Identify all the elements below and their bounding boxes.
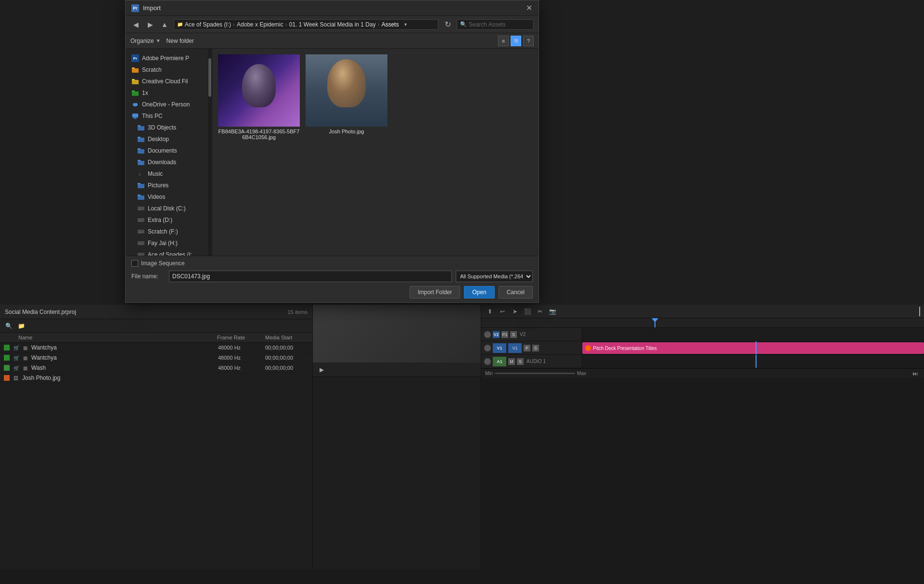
cut-tool-icon[interactable]: ✂ <box>535 307 545 316</box>
open-button[interactable]: Open <box>464 286 494 298</box>
timeline-clip[interactable]: Pitch Deck Presentation Titles <box>582 342 924 354</box>
sidebar-item-this-pc[interactable]: This PC <box>126 110 212 122</box>
forward-button[interactable]: ▶ <box>145 19 155 30</box>
file-area[interactable]: FB84BE3A-4198-4197-8365-5BF76B4C1056.jpg… <box>212 49 539 256</box>
track-v1-sync[interactable]: V1 <box>508 343 522 353</box>
svg-rect-1 <box>132 67 135 69</box>
sidebar-item-desktop[interactable]: Desktop <box>126 133 212 145</box>
min-label: Min <box>485 371 493 376</box>
sidebar-item-pictures[interactable]: Pictures <box>126 180 212 191</box>
project-panel-toolbar: 🔍 📁 <box>0 319 312 333</box>
end-jump-btn[interactable]: ⏭ <box>911 369 920 378</box>
sidebar-item-ace-of-spades[interactable]: Ace of Spades (I: <box>126 249 212 256</box>
sidebar-label: Extra (D:) <box>148 217 172 223</box>
sidebar-label: Fay Jai (H:) <box>148 240 178 247</box>
svg-point-37 <box>142 244 143 245</box>
sidebar-item-creative-cloud[interactable]: Creative Cloud Fil <box>126 76 212 87</box>
svg-rect-14 <box>138 138 144 142</box>
track-eye-icon-a1[interactable] <box>484 358 491 365</box>
track-v2-mute[interactable]: P1 <box>501 331 508 338</box>
track-v1-btn[interactable]: V1 <box>493 343 506 353</box>
play-icon[interactable]: ▶ <box>317 365 326 375</box>
playhead-line-a1 <box>756 355 757 368</box>
list-item[interactable]: FB84BE3A-4198-4197-8365-5BF76B4C1056.jpg <box>218 54 300 140</box>
sidebar-item-scratch-f[interactable]: Scratch (F:) <box>126 226 212 237</box>
zoom-slider[interactable] <box>495 373 575 374</box>
list-view-btn[interactable]: ≡ <box>498 36 509 46</box>
sidebar-item-adobe-premiere[interactable]: Pr Adobe Premiere P <box>126 52 212 64</box>
table-row[interactable]: 🛒 ▦ Wantchya 48000 Hz 00;00;00;00 <box>0 353 312 363</box>
track-eye-icon[interactable] <box>484 331 491 338</box>
insert-icon[interactable]: ➤ <box>510 307 520 316</box>
view-controls: ≡ ⊞ ? <box>498 36 534 46</box>
filename-input[interactable] <box>169 271 452 282</box>
track-v1-lock[interactable]: S <box>532 345 539 351</box>
back-button[interactable]: ◀ <box>130 19 141 30</box>
sidebar-item-videos[interactable]: Videos <box>126 191 212 203</box>
folder-icon[interactable]: 📁 <box>16 321 26 331</box>
up-button[interactable]: ▲ <box>159 19 170 30</box>
track-v1-mute[interactable]: P <box>524 345 530 351</box>
project-panel: Social Media Content.prproj 15 items 🔍 📁… <box>0 305 313 570</box>
image-sequence-checkbox[interactable] <box>131 260 138 267</box>
new-folder-button[interactable]: New folder <box>167 38 194 44</box>
scrollbar-thumb[interactable] <box>208 58 211 97</box>
sidebar-item-downloads[interactable]: ↓ Downloads <box>126 156 212 168</box>
search-icon[interactable]: 🔍 <box>4 321 13 331</box>
dropdown-icon[interactable]: ▼ <box>403 22 409 27</box>
sep2: › <box>285 21 287 28</box>
row-color-indicator <box>4 345 10 350</box>
col-mediastart: Media Start <box>265 335 308 340</box>
breadcrumb-p3: 01. 1 Week Social Media in 1 Day <box>289 21 376 28</box>
table-row[interactable]: 🛒 ▦ Wantchya 48000 Hz 00;00;00;00 <box>0 343 312 353</box>
list-item[interactable]: Josh Photo.jpg <box>306 54 387 140</box>
organize-button[interactable]: Organize ▼ <box>130 38 161 44</box>
image-sequence-label: Image Sequence <box>141 260 185 267</box>
table-row[interactable]: 🖼 Josh Photo.jpg <box>0 373 312 383</box>
track-v2-sync[interactable]: V2 <box>493 331 500 338</box>
sidebar-item-scratch[interactable]: Scratch <box>126 64 212 76</box>
sidebar-item-3d-objects[interactable]: 3D Objects <box>126 122 212 133</box>
search-bar[interactable]: 🔍 Search Assets <box>457 19 534 30</box>
track-eye-icon-v1[interactable] <box>484 345 491 351</box>
max-label: Max <box>577 371 586 376</box>
svg-rect-15 <box>138 137 141 138</box>
sidebar-item-documents[interactable]: Documents <box>126 145 212 156</box>
filetype-select[interactable]: All Supported Media (*.264;*.3C <box>456 271 533 282</box>
sidebar-item-local-disk[interactable]: Local Disk (C:) <box>126 203 212 214</box>
sidebar-item-fay-jai[interactable]: Fay Jai (H:) <box>126 237 212 249</box>
camera-icon[interactable]: 📷 <box>548 307 557 316</box>
record-icon[interactable]: ⬛ <box>523 307 532 316</box>
track-v2-lock[interactable]: S <box>510 331 517 338</box>
lift-icon[interactable]: ⬆ <box>485 307 495 316</box>
close-button[interactable]: ✕ <box>525 4 533 12</box>
svg-point-31 <box>142 221 143 221</box>
sidebar-label: Ace of Spades (I: <box>148 251 192 256</box>
help-btn[interactable]: ? <box>523 36 534 46</box>
grid-view-btn[interactable]: ⊞ <box>511 36 521 46</box>
project-table-header: Name Frame Rate Media Start <box>0 333 312 343</box>
track-a1-btn[interactable]: A1 <box>493 357 506 366</box>
svg-rect-17 <box>138 148 141 150</box>
dialog-actions: Import Folder Open Cancel <box>131 286 533 298</box>
sidebar-item-extra-d[interactable]: Extra (D:) <box>126 214 212 226</box>
address-bar[interactable]: 📁 Ace of Spades (I:) › Adobe x Epidemic … <box>174 19 438 30</box>
cancel-button[interactable]: Cancel <box>499 286 533 298</box>
track-a1-name: AUDIO 1 <box>526 359 546 364</box>
nav-toolbar: ◀ ▶ ▲ 📁 Ace of Spades (I:) › Adobe x Epi… <box>126 16 539 33</box>
timeline-content: Social Media Content.prproj 15 items 🔍 📁… <box>0 305 924 570</box>
track-v2-row: V2 P1 S V2 <box>481 328 924 341</box>
sidebar-item-onedrive[interactable]: OneDrive - Person <box>126 99 212 110</box>
track-v1-row: V1 V1 P S Pitch Deck Presentation Titles <box>481 341 924 355</box>
track-a1-solo[interactable]: S <box>517 358 524 365</box>
sidebar-item-music[interactable]: ♪ Music <box>126 168 212 180</box>
track-a1-mute[interactable]: M <box>508 358 515 365</box>
refresh-button[interactable]: ↻ <box>442 19 453 30</box>
import-folder-button[interactable]: Import Folder <box>410 286 460 298</box>
timeline-footer: Min Max ⏭ <box>481 368 924 378</box>
undo-icon[interactable]: ↩ <box>498 307 507 316</box>
sidebar-item-1x[interactable]: 1x <box>126 87 212 99</box>
sidebar-label: Local Disk (C:) <box>148 205 186 212</box>
table-row[interactable]: 🛒 ▦ Wash 48000 Hz 00;00;00;00 <box>0 363 312 373</box>
dialog-title-text: Import <box>143 4 161 12</box>
